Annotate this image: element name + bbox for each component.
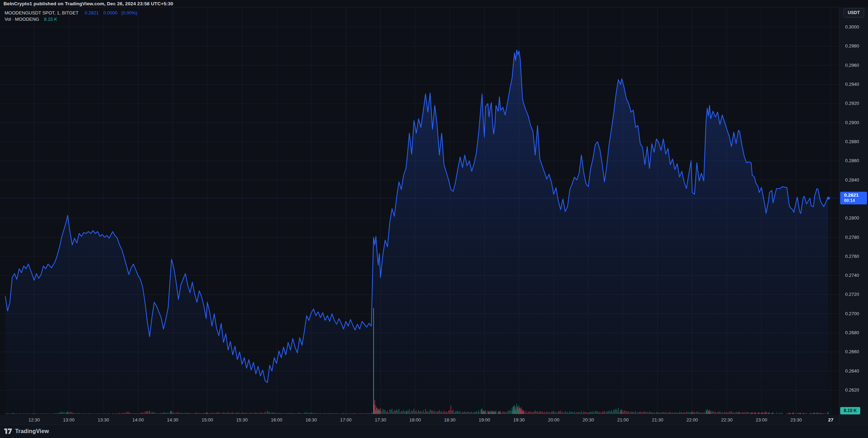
time-scale[interactable]: 12:3013:0013:3014:0014:3015:0015:3016:00… <box>0 415 839 425</box>
price-tick-label: 0.2920 <box>845 101 859 106</box>
footer-bar: TradingView <box>0 425 868 438</box>
price-tick-label: 0.2940 <box>845 82 859 87</box>
price-tick-label: 0.2960 <box>845 63 859 68</box>
time-tick-label: 20:00 <box>543 417 564 423</box>
price-tick-label: 0.2680 <box>845 330 859 335</box>
time-tick-label: 18:00 <box>404 417 426 423</box>
time-tick-label: 20:30 <box>578 417 599 423</box>
price-tick-label: 0.2900 <box>845 120 859 125</box>
publish-header: BeInCrypto1 published on TradingView.com… <box>4 1 173 6</box>
volume-value-badge: 8.15 K <box>840 407 860 414</box>
price-tick-label: 0.2700 <box>845 311 859 316</box>
last-price-badge: 0.2821 00:14 <box>840 192 867 204</box>
time-tick-label: 16:00 <box>266 417 287 423</box>
price-tick-label: 0.2740 <box>845 273 859 278</box>
volume-indicator-title[interactable]: Vol · MOODENG <box>5 17 39 22</box>
chart-pane[interactable]: MOODENGUSDT SPOT, 1, BITGET 0.2821 0.000… <box>0 7 839 415</box>
time-tick-label: 17:30 <box>370 417 391 423</box>
time-tick-label: 14:00 <box>127 417 149 423</box>
price-tick-label: 0.2760 <box>845 254 859 259</box>
time-tick-label: 23:30 <box>786 417 807 423</box>
time-tick-label: 23:00 <box>751 417 772 423</box>
time-tick-label: 21:30 <box>647 417 668 423</box>
area-fill <box>5 50 829 415</box>
symbol-legend-row[interactable]: MOODENGUSDT SPOT, 1, BITGET 0.2821 0.000… <box>5 10 137 15</box>
time-tick-label: 19:30 <box>509 417 530 423</box>
currency-unit-button[interactable]: USDT <box>843 8 864 18</box>
tradingview-logo-icon <box>4 429 12 434</box>
time-tick-label: 19:00 <box>474 417 495 423</box>
symbol-title[interactable]: MOODENGUSDT SPOT, 1, BITGET <box>5 10 78 15</box>
time-tick-label: 12:30 <box>24 417 45 423</box>
price-tick-label: 0.2720 <box>845 292 859 297</box>
price-tick-label: 0.2660 <box>845 349 859 354</box>
time-tick-label: 17:00 <box>335 417 357 423</box>
tradingview-published-chart: BeInCrypto1 published on TradingView.com… <box>0 0 868 438</box>
bar-countdown: 00:14 <box>844 198 867 203</box>
time-tick-label: 16:30 <box>301 417 322 423</box>
price-tick-label: 0.2880 <box>845 139 859 144</box>
legend-change: 0.0000 <box>103 10 118 15</box>
last-price-badge-value: 0.2821 <box>844 192 867 198</box>
price-tick-label: 0.2800 <box>845 215 859 221</box>
price-area-chart[interactable] <box>0 7 839 426</box>
price-tick-label: 0.2980 <box>845 43 859 49</box>
price-tick-label: 0.2620 <box>845 387 859 393</box>
price-tick-label: 0.3000 <box>845 24 859 30</box>
price-scale[interactable]: USDT 0.30000.29800.29600.29400.29200.290… <box>839 7 868 424</box>
volume-legend-row[interactable]: Vol · MOODENG 8.15 K <box>5 17 57 22</box>
price-tick-label: 0.2780 <box>845 235 859 240</box>
last-point-marker <box>827 197 830 199</box>
time-tick-label: 18:30 <box>439 417 460 423</box>
time-tick-day-label: 27 <box>820 417 841 423</box>
price-tick-label: 0.2860 <box>845 158 859 163</box>
time-tick-label: 15:30 <box>231 417 252 423</box>
time-tick-label: 13:30 <box>93 417 114 423</box>
time-tick-label: 22:30 <box>716 417 737 423</box>
legend-change-pct: (0.00%) <box>121 10 137 15</box>
tradingview-logo-link[interactable]: TradingView <box>4 428 49 434</box>
time-tick-label: 21:00 <box>612 417 634 423</box>
legend-last-price: 0.2821 <box>85 10 99 15</box>
time-tick-label: 15:00 <box>197 417 218 423</box>
price-tick-label: 0.2840 <box>845 177 859 183</box>
tradingview-logo-text: TradingView <box>15 428 49 434</box>
price-tick-label: 0.2640 <box>845 368 859 374</box>
time-tick-label: 22:00 <box>682 417 703 423</box>
legend-volume-value: 8.15 K <box>44 17 57 22</box>
time-tick-label: 13:00 <box>58 417 79 423</box>
time-tick-label: 14:30 <box>162 417 183 423</box>
